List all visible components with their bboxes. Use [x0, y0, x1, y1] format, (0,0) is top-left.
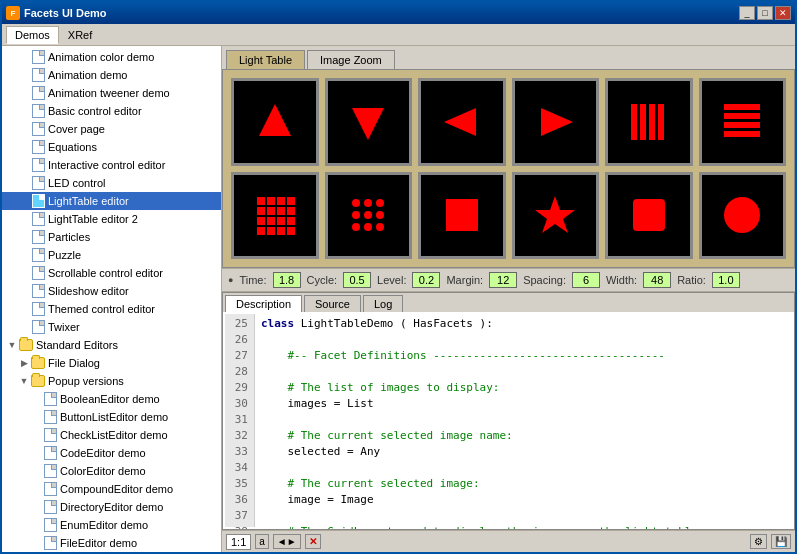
lt-cell-6[interactable]: [231, 172, 319, 260]
tree-item-animation[interactable]: Animation demo: [2, 66, 221, 84]
page-icon: [42, 481, 58, 497]
spacing-value: 6: [572, 272, 600, 288]
page-icon: [30, 49, 46, 65]
page-icon: [30, 283, 46, 299]
folder-icon: [30, 355, 46, 371]
status-btn-gear[interactable]: ⚙: [750, 534, 767, 549]
svg-rect-20: [257, 217, 265, 225]
tree-item-basic-control[interactable]: Basic control editor: [2, 102, 221, 120]
tree-item-interactive-control[interactable]: Interactive control editor: [2, 156, 221, 174]
tree-item-enum-editor[interactable]: EnumEditor demo: [2, 516, 221, 534]
close-button[interactable]: ✕: [775, 6, 791, 20]
tree-item-color-editor[interactable]: ColorEditor demo: [2, 462, 221, 480]
svg-rect-26: [277, 227, 285, 235]
code-tabs: Description Source Log: [223, 293, 794, 312]
tree-item-twixer[interactable]: Twixer: [2, 318, 221, 336]
tab-image-zoom[interactable]: Image Zoom: [307, 50, 395, 69]
tree-item-animation-color[interactable]: Animation color demo: [2, 48, 221, 66]
status-btn-a[interactable]: a: [255, 534, 269, 549]
spacing-label: Spacing:: [523, 274, 566, 286]
tree-folder-standard-editors[interactable]: ▼ Standard Editors: [2, 336, 221, 354]
main-window: F Facets UI Demo _ □ ✕ Demos XRef Animat…: [0, 0, 797, 554]
svg-point-28: [352, 199, 360, 207]
lt-cell-11[interactable]: [699, 172, 787, 260]
svg-point-35: [364, 223, 372, 231]
tree-item-equations[interactable]: Equations: [2, 138, 221, 156]
page-icon: [30, 121, 46, 137]
status-bar: 1:1 a ◄► ✕ ⚙ 💾: [222, 530, 795, 552]
page-icon: [30, 229, 46, 245]
width-label: Width:: [606, 274, 637, 286]
page-icon: [30, 301, 46, 317]
lt-cell-9[interactable]: [512, 172, 600, 260]
status-left: 1:1 a ◄► ✕: [226, 534, 321, 550]
lt-cell-3[interactable]: [512, 78, 600, 166]
tree-item-scrollable[interactable]: Scrollable control editor: [2, 264, 221, 282]
tree-item-checklist-editor[interactable]: CheckListEditor demo: [2, 426, 221, 444]
tree-item-lighttable-2[interactable]: LightTable editor 2: [2, 210, 221, 228]
tree-item-animation-tweener[interactable]: Animation tweener demo: [2, 84, 221, 102]
tree-item-themed[interactable]: Themed control editor: [2, 300, 221, 318]
level-label: Level:: [377, 274, 406, 286]
cursor-position: 1:1: [226, 534, 251, 550]
svg-marker-1: [352, 108, 384, 140]
tree-item-directory-editor[interactable]: DirectoryEditor demo: [2, 498, 221, 516]
tree-item-boolean-editor[interactable]: BooleanEditor demo: [2, 390, 221, 408]
tree-item-compound-editor[interactable]: CompoundEditor demo: [2, 480, 221, 498]
margin-label: Margin:: [446, 274, 483, 286]
menu-tab-demos[interactable]: Demos: [6, 26, 59, 44]
tree-folder-popup-versions[interactable]: ▼ Popup versions: [2, 372, 221, 390]
tree-item-file-editor[interactable]: FileEditor demo: [2, 534, 221, 552]
svg-marker-38: [535, 196, 575, 233]
tree-item-cover-page[interactable]: Cover page: [2, 120, 221, 138]
lt-cell-7[interactable]: [325, 172, 413, 260]
svg-rect-37: [446, 199, 478, 231]
tree-folder-file-dialog[interactable]: ▶ File Dialog: [2, 354, 221, 372]
svg-point-34: [352, 223, 360, 231]
svg-point-36: [376, 223, 384, 231]
page-icon: [30, 157, 46, 173]
svg-point-40: [724, 197, 760, 233]
svg-rect-4: [631, 104, 637, 140]
tree-item-slideshow[interactable]: Slideshow editor: [2, 282, 221, 300]
code-tab-description[interactable]: Description: [225, 295, 302, 312]
maximize-button[interactable]: □: [757, 6, 773, 20]
page-icon: [42, 409, 58, 425]
code-text: class LightTableDemo ( HasFacets ): #-- …: [255, 314, 717, 527]
level-value: 0.2: [412, 272, 440, 288]
lt-cell-4[interactable]: [605, 78, 693, 166]
svg-rect-21: [267, 217, 275, 225]
tree-item-puzzle[interactable]: Puzzle: [2, 246, 221, 264]
tab-light-table[interactable]: Light Table: [226, 50, 305, 69]
page-icon: [30, 103, 46, 119]
svg-rect-12: [257, 197, 265, 205]
lt-cell-5[interactable]: [699, 78, 787, 166]
toggle-icon: ▶: [18, 357, 30, 369]
time-value: 1.8: [273, 272, 301, 288]
lt-cell-1[interactable]: [325, 78, 413, 166]
code-tab-log[interactable]: Log: [363, 295, 403, 312]
tree-item-lighttable[interactable]: LightTable editor: [2, 192, 221, 210]
minimize-button[interactable]: _: [739, 6, 755, 20]
menu-tab-xref[interactable]: XRef: [59, 26, 101, 44]
tree-item-led[interactable]: LED control: [2, 174, 221, 192]
code-content[interactable]: 2526272829 3031323334 3536373839 40 clas…: [223, 312, 794, 529]
tree-item-code-editor[interactable]: CodeEditor demo: [2, 444, 221, 462]
status-btn-x[interactable]: ✕: [305, 534, 321, 549]
lt-cell-8[interactable]: [418, 172, 506, 260]
folder-icon: [30, 373, 46, 389]
code-tab-source[interactable]: Source: [304, 295, 361, 312]
status-btn-arrows[interactable]: ◄►: [273, 534, 301, 549]
status-btn-save[interactable]: 💾: [771, 534, 791, 549]
svg-rect-7: [658, 104, 664, 140]
tree-item-buttonlist-editor[interactable]: ButtonListEditor demo: [2, 408, 221, 426]
lt-cell-0[interactable]: [231, 78, 319, 166]
svg-rect-16: [257, 207, 265, 215]
svg-rect-14: [277, 197, 285, 205]
svg-rect-39: [633, 199, 665, 231]
lt-cell-2[interactable]: [418, 78, 506, 166]
lt-cell-10[interactable]: [605, 172, 693, 260]
title-bar: F Facets UI Demo _ □ ✕: [2, 2, 795, 24]
svg-rect-5: [640, 104, 646, 140]
tree-item-particles[interactable]: Particles: [2, 228, 221, 246]
